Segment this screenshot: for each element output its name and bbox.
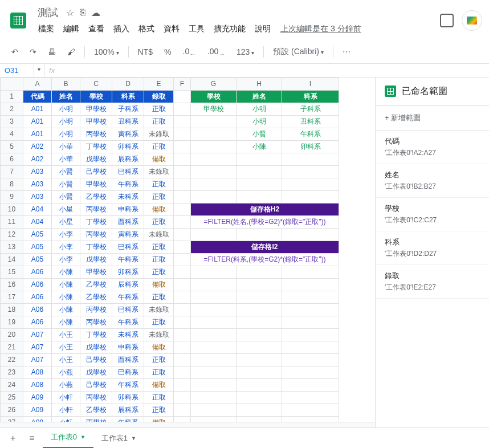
cell-C3[interactable]: 甲學校 [80,115,112,128]
print-button[interactable]: 🖶 [43,44,60,60]
last-edit[interactable]: 上次編輯是在 3 分鐘前 [280,24,361,34]
row-header-7[interactable]: 7 [1,165,23,178]
named-range-item-4[interactable]: 錄取 '工作表0'!E2:E27 [376,265,489,299]
cell-B2[interactable]: 小明 [52,103,80,115]
cell-F15[interactable] [174,266,191,278]
cell-E6[interactable]: 備取 [144,153,174,165]
cell-D24[interactable]: 午科系 [112,378,144,391]
cell-D3[interactable]: 丑科系 [112,115,144,128]
cell-C15[interactable]: 甲學校 [80,266,112,278]
named-range-item-0[interactable]: 代碼 '工作表0'!A2:A27 [376,131,489,164]
sheets-logo[interactable] [7,9,30,32]
cell-C11[interactable]: 丁學校 [80,215,112,228]
cell-C20[interactable]: 丁學校 [80,328,112,341]
menu-data[interactable]: 資料 [160,22,184,36]
add-range-button[interactable]: + 新增範圍 [376,105,489,131]
cell-A13[interactable]: A05 [23,241,52,253]
row-header-24[interactable]: 24 [1,378,23,391]
font-dropdown[interactable]: 預設 (Calibri) [268,43,328,60]
decrease-decimal-button[interactable]: .0← [178,43,201,61]
cell-I17[interactable] [282,291,339,303]
cell-I15[interactable] [282,266,339,278]
cell-A9[interactable]: A03 [23,190,52,203]
cell-H12[interactable] [237,228,282,241]
cell-H18[interactable] [237,303,282,316]
cell-F25[interactable] [174,391,191,404]
col-header-D[interactable]: D [112,78,144,90]
cell-B22[interactable]: 小王 [52,353,80,366]
header-e[interactable]: 錄取 [144,90,174,103]
cell-F3[interactable] [174,115,191,128]
cloud-icon[interactable]: ☁ [91,7,100,18]
cell-B18[interactable]: 小陳 [52,303,80,316]
cell-D22[interactable]: 酉科系 [112,353,144,366]
cell-B23[interactable]: 小燕 [52,366,80,378]
cell-D16[interactable]: 辰科系 [112,278,144,291]
cell-G3[interactable] [191,115,237,128]
add-sheet-button[interactable]: + [5,430,21,447]
cell-I16[interactable] [282,278,339,291]
cell-I20[interactable] [282,328,339,341]
percent-button[interactable]: % [160,44,176,60]
row-header-1[interactable]: 1 [1,90,23,103]
cell-D23[interactable]: 巳科系 [112,366,144,378]
cell-B19[interactable]: 小陳 [52,316,80,328]
zoom-dropdown[interactable]: 100% [89,44,124,60]
cell-H17[interactable] [237,291,282,303]
cell-H19[interactable] [237,316,282,328]
cell-F14[interactable] [174,253,191,266]
cell-I12[interactable] [282,228,339,241]
col-header-F[interactable]: F [174,78,191,90]
cell-C10[interactable]: 丙學校 [80,203,112,215]
name-box[interactable]: O31 [0,64,34,77]
cell-H16[interactable] [237,278,282,291]
cell-B8[interactable]: 小賢 [52,178,80,190]
cell-G9[interactable] [191,190,237,203]
cell-A23[interactable]: A08 [23,366,52,378]
cell-F12[interactable] [174,228,191,241]
cell-E13[interactable]: 正取 [144,241,174,253]
cell-B25[interactable]: 小軒 [52,391,80,404]
row-header-22[interactable]: 22 [1,353,23,366]
cell-E16[interactable]: 備取 [144,278,174,291]
cell-H5[interactable]: 小陳 [237,140,282,153]
cell-I25[interactable] [282,391,339,404]
cell-I22[interactable] [282,353,339,366]
cell-C14[interactable]: 戊學校 [80,253,112,266]
cell-E8[interactable]: 正取 [144,178,174,190]
row-header-10[interactable]: 10 [1,203,23,215]
header-g[interactable]: 學校 [191,90,237,103]
row-header-26[interactable]: 26 [1,404,23,416]
menu-insert[interactable]: 插入 [109,22,133,36]
cell-A24[interactable]: A08 [23,378,52,391]
row-header-23[interactable]: 23 [1,366,23,378]
cell-G15[interactable] [191,266,237,278]
cell-I21[interactable] [282,341,339,353]
header-h[interactable]: 姓名 [237,90,282,103]
cell-A4[interactable]: A01 [23,128,52,140]
cell-I27[interactable] [282,416,339,422]
named-range-item-1[interactable]: 姓名 '工作表0'!B2:B27 [376,164,489,198]
cell-I4[interactable]: 午科系 [282,128,339,140]
cell-G5[interactable] [191,140,237,153]
col-header-H[interactable]: H [237,78,282,90]
cell-B27[interactable]: 小軒 [52,416,80,422]
cell-B9[interactable]: 小賢 [52,190,80,203]
cell-G19[interactable] [191,316,237,328]
cell-E26[interactable]: 正取 [144,404,174,416]
cell-B14[interactable]: 小李 [52,253,80,266]
menu-extensions[interactable]: 擴充功能 [210,22,250,36]
cell-H3[interactable]: 小明 [237,115,282,128]
cell-A3[interactable]: A01 [23,115,52,128]
cell-G4[interactable] [191,128,237,140]
select-all-corner[interactable] [1,78,23,90]
cell-E19[interactable]: 正取 [144,316,174,328]
cell-F24[interactable] [174,378,191,391]
cell-D27[interactable]: 午科系 [112,416,144,422]
cell-I3[interactable]: 丑科系 [282,115,339,128]
cell-A14[interactable]: A05 [23,253,52,266]
cell-E14[interactable]: 正取 [144,253,174,266]
cell-I19[interactable] [282,316,339,328]
cell-D2[interactable]: 子科系 [112,103,144,115]
header-b[interactable]: 姓名 [52,90,80,103]
